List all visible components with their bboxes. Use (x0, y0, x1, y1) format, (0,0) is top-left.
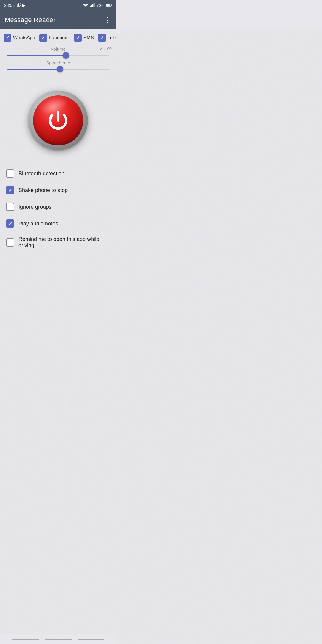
cast-icon: ▶ (22, 3, 26, 8)
volume-group: Volume v1.100 (7, 47, 109, 57)
power-area (0, 79, 116, 165)
remind-driving-checkbox[interactable] (6, 238, 14, 247)
svg-rect-3 (93, 3, 94, 7)
battery-icon (106, 3, 112, 8)
telegram-checkmark: ✓ (100, 35, 104, 40)
svg-rect-7 (106, 4, 110, 6)
whatsapp-checkbox[interactable]: ✓ (4, 34, 11, 42)
facebook-checkbox[interactable]: ✓ (39, 34, 47, 42)
sms-checkbox-item[interactable]: ✓ SMS (74, 34, 94, 42)
ignore-groups-option[interactable]: Ignore groups (6, 199, 110, 215)
audio-notes-checkmark: ✓ (8, 221, 12, 227)
app-filter-row: ✓ WhatsApp ✓ Facebook ✓ SMS ✓ Tel (0, 29, 116, 45)
svg-rect-4 (94, 3, 95, 7)
shake-checkmark: ✓ (8, 188, 12, 193)
sms-checkbox[interactable]: ✓ (74, 34, 82, 42)
audio-notes-label: Play audio notes (18, 221, 58, 227)
time-display: 23:05 (4, 3, 15, 8)
audio-notes-option[interactable]: ✓ Play audio notes (6, 215, 110, 232)
shake-label: Shake phone to stop (18, 187, 68, 193)
app-title: Message Reader (5, 16, 55, 24)
speech-rate-group: Speech rate (7, 60, 109, 71)
volume-label: Volume (51, 47, 66, 52)
bluetooth-checkbox[interactable] (6, 169, 14, 178)
ignore-groups-checkbox[interactable] (6, 203, 14, 211)
audio-notes-checkbox[interactable]: ✓ (6, 219, 14, 228)
status-indicators: 70% (83, 3, 112, 8)
gallery-icon: 🖼 (16, 3, 21, 8)
volume-slider[interactable] (7, 55, 109, 56)
remind-driving-label: Remind me to open this app while driving (18, 236, 110, 249)
status-bar: 23:05 🖼 ▶ 70% (0, 0, 116, 11)
telegram-checkbox[interactable]: ✓ (98, 34, 106, 42)
svg-rect-2 (92, 4, 93, 7)
status-time: 23:05 🖼 ▶ (4, 3, 26, 8)
sms-checkmark: ✓ (76, 35, 80, 40)
power-button[interactable] (28, 91, 88, 150)
shake-checkbox[interactable]: ✓ (6, 186, 14, 194)
battery-display: 70% (97, 3, 104, 8)
sms-label: SMS (83, 35, 94, 41)
svg-rect-0 (90, 6, 91, 7)
version-label: v1.100 (100, 47, 112, 51)
power-inner (33, 95, 83, 145)
options-list: Bluetooth detection ✓ Shake phone to sto… (0, 165, 116, 253)
shake-option[interactable]: ✓ Shake phone to stop (6, 182, 110, 199)
sliders-section: Volume v1.100 Speech rate (0, 45, 116, 79)
svg-rect-1 (91, 5, 92, 7)
facebook-label: Facebook (49, 35, 70, 41)
whatsapp-label: WhatsApp (13, 35, 35, 41)
telegram-checkbox-item[interactable]: ✓ Telegram (98, 34, 116, 42)
signal-icon (90, 3, 95, 8)
bluetooth-option[interactable]: Bluetooth detection (6, 165, 110, 182)
facebook-checkbox-item[interactable]: ✓ Facebook (39, 34, 70, 42)
power-icon (45, 107, 72, 134)
main-content: ✓ WhatsApp ✓ Facebook ✓ SMS ✓ Tel (0, 29, 116, 265)
app-bar: Message Reader ⋮ (0, 11, 116, 29)
menu-button[interactable]: ⋮ (104, 16, 112, 24)
facebook-checkmark: ✓ (41, 35, 45, 40)
whatsapp-checkbox-item[interactable]: ✓ WhatsApp (4, 34, 35, 42)
wifi-icon (83, 3, 88, 8)
speech-rate-slider[interactable] (7, 69, 109, 70)
speech-rate-label: Speech rate (46, 60, 70, 65)
bluetooth-label: Bluetooth detection (18, 171, 64, 177)
remind-driving-option[interactable]: Remind me to open this app while driving (6, 232, 110, 253)
whatsapp-checkmark: ✓ (6, 35, 10, 40)
svg-rect-6 (112, 4, 112, 5)
ignore-groups-label: Ignore groups (18, 204, 52, 210)
telegram-label: Telegram (108, 35, 116, 41)
